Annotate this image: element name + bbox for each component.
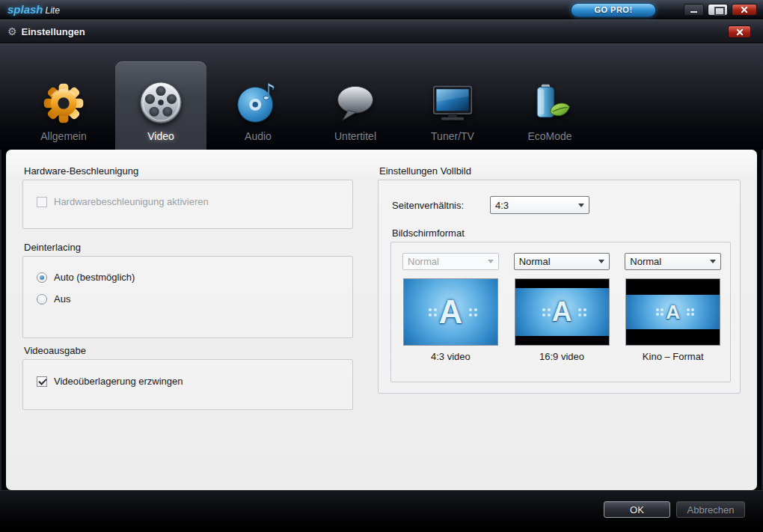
preview-picture: A [626,295,720,329]
tab-allgemein[interactable]: Allgemein [18,66,109,150]
preview-letter: A [552,296,572,328]
selected-value: 4:3 [495,200,509,211]
group-title: Einstellungen Vollbild [379,165,471,177]
format-select-kino[interactable]: Normal [625,253,721,270]
film-reel-icon [138,77,183,125]
checkbox-label: Hardwarebeschleunigung aktivieren [54,196,209,207]
go-pro-button[interactable]: GO PRO! [571,3,656,17]
tv-icon [429,77,476,125]
settings-content: Hardware-Beschleunigung Hardwarebeschleu… [6,150,757,490]
film-dots-icon [578,308,581,311]
radio-label: Auto (bestmöglich) [54,272,135,283]
film-dots-icon [469,308,472,311]
tab-tuner-tv[interactable]: Tuner/TV [407,66,498,150]
radio-label: Aus [54,293,70,305]
format-select-43[interactable]: Normal [402,253,499,270]
tab-label: EcoMode [527,130,572,142]
selected-value: Normal [408,256,439,267]
checkbox-label: Videoüberlagerung erzwingen [54,376,183,387]
preview-letter: A [438,293,462,331]
aspect-ratio-row: Seitenverhältnis: 4:3 [392,196,728,214]
deinterlacing-auto-radio[interactable]: Auto (bestmöglich) [37,272,340,283]
tab-label: Tuner/TV [431,130,474,142]
format-column-kino: Normal A Kino – Format [625,253,721,362]
dialog-close-button[interactable] [728,25,751,38]
dialog-titlebar: ⚙ Einstellungen [0,19,763,43]
checkbox-icon [37,376,47,387]
film-dots-icon [656,308,659,311]
battery-leaf-icon [527,77,572,125]
preview-image-43: A [403,278,498,346]
chevron-down-icon [578,204,584,207]
settings-tabbar: Allgemein [0,43,763,150]
aspect-ratio-label: Seitenverhältnis: [392,200,490,211]
tab-untertitel[interactable]: Untertitel [310,66,401,150]
preview-caption: 4:3 video [431,351,471,362]
ok-button[interactable]: OK [604,501,670,518]
preview-image-kino: A [625,278,720,346]
format-select-169[interactable]: Normal [514,253,610,270]
format-column-43: Normal A 4:3 video [402,253,499,362]
logo-lite-text: Lite [46,5,60,16]
aspect-ratio-select[interactable]: 4:3 [490,196,589,214]
speech-bubble-icon [333,77,378,125]
group-title: Videoausgabe [24,345,86,356]
svg-text:♪: ♪ [262,80,276,105]
radio-icon [37,294,47,305]
fullscreen-settings-group: Einstellungen Vollbild Seitenverhältnis:… [378,180,741,394]
logo-splash-text: splash [7,3,43,16]
cancel-button[interactable]: Abbrechen [676,501,745,518]
hardware-acceleration-group: Hardware-Beschleunigung Hardwarebeschleu… [22,180,353,229]
minimize-button[interactable] [684,4,704,16]
checkbox-icon [37,197,47,207]
selected-value: Normal [519,256,551,267]
deinterlacing-group: Deinterlacing Auto (bestmöglich) Aus [22,256,353,338]
film-dots-icon [429,308,432,311]
group-title: Deinterlacing [24,242,81,253]
tab-audio[interactable]: ♪ Audio [212,66,304,150]
tab-ecomode[interactable]: EcoMode [504,66,595,150]
tab-label: Allgemein [40,130,86,142]
gear-icon [42,77,85,125]
dialog-title: Einstellungen [22,26,85,37]
tab-label: Untertitel [334,130,376,142]
preview-picture: A [515,288,609,336]
videoausgabe-group: Videoausgabe Videoüberlagerung erzwingen [22,359,353,410]
hardware-accel-checkbox[interactable]: Hardwarebeschleunigung aktivieren [37,196,340,207]
maximize-button[interactable] [708,4,728,16]
splash-settings-window: splashLite GO PRO! ⚙ Einstellungen [0,0,763,532]
tab-label: Video [147,130,174,142]
deinterlacing-aus-radio[interactable]: Aus [37,293,340,305]
format-column-169: Normal A 16:9 video [514,253,610,362]
film-dots-icon [687,308,690,311]
radio-icon [37,272,47,283]
settings-gear-icon: ⚙ [7,25,17,37]
format-columns: Normal A 4:3 video [391,242,730,362]
chevron-down-icon [598,260,604,263]
tab-label: Audio [245,130,272,142]
dialog-footer: OK Abbrechen [0,490,763,532]
close-window-button[interactable] [732,4,757,16]
preview-caption: 16:9 video [539,351,584,362]
audio-disc-icon: ♪ [236,77,281,125]
group-title: Bildschirmformat [392,227,465,239]
chevron-down-icon [710,260,716,263]
app-logo: splashLite [7,3,60,16]
film-dots-icon [542,308,545,311]
preview-picture: A [404,279,497,345]
video-overlay-checkbox[interactable]: Videoüberlagerung erzwingen [37,376,340,387]
preview-caption: Kino – Format [643,351,704,362]
selected-value: Normal [630,256,661,267]
preview-letter: A [666,301,680,324]
bildschirmformat-group: Bildschirmformat Normal A [390,242,731,382]
chevron-down-icon [488,260,494,263]
preview-image-169: A [515,278,610,346]
titlebar: splashLite GO PRO! [0,0,763,19]
group-title: Hardware-Beschleunigung [24,165,138,177]
tab-video[interactable]: Video [115,61,206,150]
titlebar-controls: GO PRO! [571,0,757,19]
